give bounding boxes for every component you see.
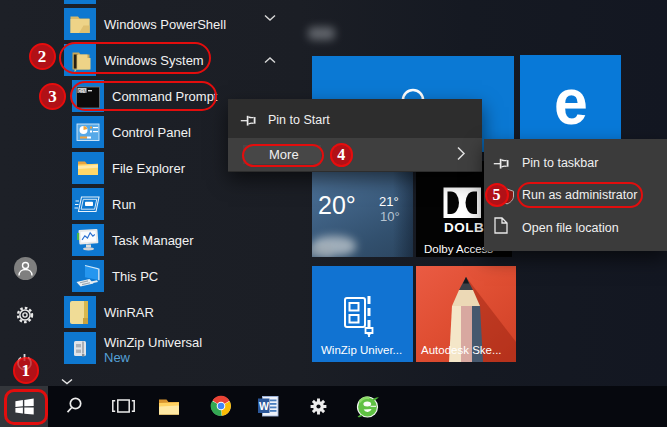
- svg-text:W: W: [259, 400, 269, 412]
